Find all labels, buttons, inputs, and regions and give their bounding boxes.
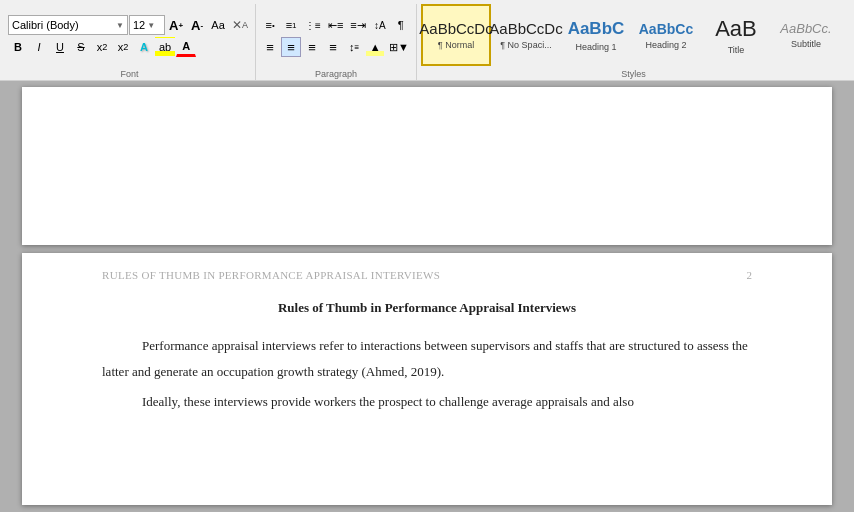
italic-button[interactable]: I xyxy=(29,37,49,57)
page-header: RULES OF THUMB IN PERFORMANCE APPRAISAL … xyxy=(102,269,752,281)
underline-button[interactable]: U xyxy=(50,37,70,57)
strikethrough-button[interactable]: S xyxy=(71,37,91,57)
text-effects-button[interactable]: A xyxy=(134,37,154,57)
style-subtitle[interactable]: AaBbCc. Subtitle xyxy=(771,4,841,66)
font-dropdown-arrow: ▼ xyxy=(116,21,124,30)
font-size-selector[interactable]: 12 ▼ xyxy=(129,15,165,35)
clear-formatting-button[interactable]: ✕A xyxy=(229,15,251,35)
font-color-button[interactable]: A xyxy=(176,37,196,57)
page-1 xyxy=(22,87,832,245)
style-heading2[interactable]: AaBbCc Heading 2 xyxy=(631,4,701,66)
numbering-button[interactable]: ≡1 xyxy=(281,15,301,35)
style-normal-label: ¶ Normal xyxy=(438,40,474,50)
borders-button[interactable]: ⊞▼ xyxy=(386,37,412,57)
header-title: RULES OF THUMB IN PERFORMANCE APPRAISAL … xyxy=(102,269,440,281)
style-heading2-preview: AaBbCc xyxy=(639,21,693,37)
style-normal[interactable]: AaBbCcDc ¶ Normal xyxy=(421,4,491,66)
paragraph-2: Ideally, these interviews provide worker… xyxy=(102,389,752,415)
font-selector[interactable]: Calibri (Body) ▼ xyxy=(8,15,128,35)
subscript-button[interactable]: x2 xyxy=(92,37,112,57)
align-left-button[interactable]: ≡ xyxy=(260,37,280,57)
font-name-text: Calibri (Body) xyxy=(12,19,114,31)
superscript-button[interactable]: x2 xyxy=(113,37,133,57)
page-body: Rules of Thumb in Performance Appraisal … xyxy=(102,295,752,415)
style-no-spacing-preview: AaBbCcDc xyxy=(489,20,562,37)
styles-section-label: Styles xyxy=(417,69,850,79)
font-row1: Calibri (Body) ▼ 12 ▼ A+ A- Aa ✕A xyxy=(8,15,251,35)
style-no-spacing-label: ¶ No Spaci... xyxy=(500,40,551,50)
font-size-text: 12 xyxy=(133,19,145,31)
style-subtitle-label: Subtitle xyxy=(791,39,821,49)
grow-font-button[interactable]: A+ xyxy=(166,15,186,35)
multilevel-list-button[interactable]: ⋮≡ xyxy=(302,15,324,35)
header-page-number: 2 xyxy=(747,269,753,281)
ribbon-inner: Calibri (Body) ▼ 12 ▼ A+ A- Aa ✕A B I xyxy=(0,0,854,81)
align-right-button[interactable]: ≡ xyxy=(302,37,322,57)
font-row2: B I U S x2 x2 A ab A xyxy=(8,37,251,57)
shading-button[interactable]: ▲ xyxy=(365,37,385,57)
decrease-indent-button[interactable]: ⇤≡ xyxy=(325,15,346,35)
highlight-button[interactable]: ab xyxy=(155,37,175,57)
paragraph-section: ≡• ≡1 ⋮≡ ⇤≡ ≡⇥ ↕A ¶ ≡ ≡ ≡ ≡ ↕≡ ▲ ⊞▼ xyxy=(256,4,417,80)
document-title: Rules of Thumb in Performance Appraisal … xyxy=(102,295,752,321)
style-heading2-label: Heading 2 xyxy=(645,40,686,50)
para-row1: ≡• ≡1 ⋮≡ ⇤≡ ≡⇥ ↕A ¶ xyxy=(260,15,412,35)
font-section: Calibri (Body) ▼ 12 ▼ A+ A- Aa ✕A B I xyxy=(4,4,256,80)
sort-button[interactable]: ↕A xyxy=(370,15,390,35)
style-title-preview: AaB xyxy=(715,16,757,42)
line-spacing-button[interactable]: ↕≡ xyxy=(344,37,364,57)
page-2: RULES OF THUMB IN PERFORMANCE APPRAISAL … xyxy=(22,253,832,505)
font-section-label: Font xyxy=(4,69,255,79)
style-normal-preview: AaBbCcDc xyxy=(419,20,492,37)
styles-section: AaBbCcDc ¶ Normal AaBbCcDc ¶ No Spaci...… xyxy=(417,4,850,80)
style-title[interactable]: AaB Title xyxy=(701,4,771,66)
style-no-spacing[interactable]: AaBbCcDc ¶ No Spaci... xyxy=(491,4,561,66)
paragraph-1: Performance appraisal interviews refer t… xyxy=(102,333,752,385)
ribbon: Calibri (Body) ▼ 12 ▼ A+ A- Aa ✕A B I xyxy=(0,0,854,81)
justify-button[interactable]: ≡ xyxy=(323,37,343,57)
change-case-button[interactable]: Aa xyxy=(208,15,228,35)
document-area: RULES OF THUMB IN PERFORMANCE APPRAISAL … xyxy=(0,81,854,512)
shrink-font-button[interactable]: A- xyxy=(187,15,207,35)
increase-indent-button[interactable]: ≡⇥ xyxy=(347,15,368,35)
align-center-button[interactable]: ≡ xyxy=(281,37,301,57)
paragraph-section-label: Paragraph xyxy=(256,69,416,79)
style-heading1-preview: AaBbC xyxy=(568,19,625,39)
style-title-label: Title xyxy=(728,45,745,55)
style-heading1[interactable]: AaBbC Heading 1 xyxy=(561,4,631,66)
font-size-arrow: ▼ xyxy=(147,21,155,30)
style-heading1-label: Heading 1 xyxy=(575,42,616,52)
bold-button[interactable]: B xyxy=(8,37,28,57)
para-row2: ≡ ≡ ≡ ≡ ↕≡ ▲ ⊞▼ xyxy=(260,37,412,57)
show-pilcrow-button[interactable]: ¶ xyxy=(391,15,411,35)
style-subtitle-preview: AaBbCc. xyxy=(780,21,831,36)
bullets-button[interactable]: ≡• xyxy=(260,15,280,35)
